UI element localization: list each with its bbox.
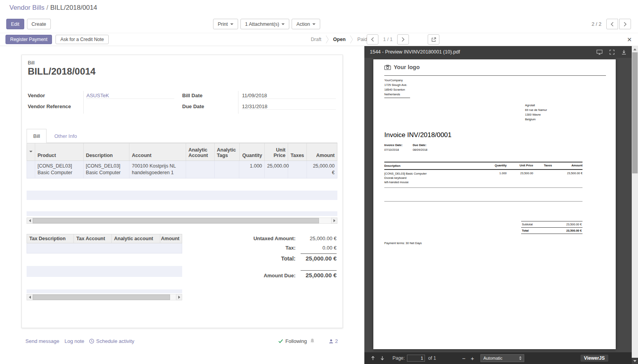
register-payment-button[interactable]: Register Payment bbox=[5, 35, 52, 44]
print-label: Print bbox=[218, 21, 228, 27]
vendor-label: Vendor bbox=[28, 93, 45, 98]
scroll-down-button[interactable] bbox=[632, 358, 638, 364]
chevron-left-icon bbox=[371, 37, 374, 42]
record-pager-next-button[interactable] bbox=[619, 19, 631, 29]
vendor-reference-value bbox=[86, 103, 174, 110]
vendor-link[interactable]: ASUSTeK bbox=[86, 93, 174, 99]
status-open[interactable]: Open bbox=[333, 37, 346, 42]
external-link-icon bbox=[431, 37, 436, 42]
attachments-dropdown[interactable]: 1 Attachment(s) bbox=[240, 19, 290, 29]
pdf-subtotal-row: Subtotal 23,500.00 € bbox=[521, 221, 582, 227]
pdf-col-amount: Amount bbox=[552, 164, 582, 168]
scrollbar-track bbox=[33, 294, 176, 300]
scroll-right-button[interactable] bbox=[176, 294, 182, 300]
total-label: Total: bbox=[233, 255, 296, 262]
due-date-value: 08/09/2018 bbox=[413, 148, 428, 152]
cell-product: [CONS_DEL03] Basic Computer bbox=[35, 161, 84, 178]
pdf-header-icons bbox=[597, 50, 626, 55]
page-input[interactable] bbox=[407, 355, 425, 362]
pdf-preview-title: 1544 - Preview INVINV20180001 (10).pdf bbox=[370, 49, 597, 55]
notification-bell-button[interactable] bbox=[310, 338, 315, 344]
cell-analytic-tags bbox=[215, 161, 240, 178]
presentation-icon bbox=[597, 50, 602, 55]
zoom-out-button[interactable]: − bbox=[459, 354, 468, 362]
edit-button[interactable]: Edit bbox=[6, 19, 24, 29]
zoom-in-button[interactable]: + bbox=[468, 354, 477, 362]
arrow-right-icon bbox=[333, 219, 335, 222]
scroll-up-button[interactable] bbox=[632, 46, 638, 52]
send-message-link[interactable]: Send message bbox=[25, 338, 59, 344]
status-draft[interactable]: Draft bbox=[311, 37, 321, 42]
record-pager: 2 / 2 bbox=[591, 19, 631, 29]
log-note-link[interactable]: Log note bbox=[65, 338, 84, 344]
user-icon bbox=[329, 339, 333, 344]
caret-down-icon bbox=[281, 23, 285, 25]
tab-bill[interactable]: Bill bbox=[27, 129, 47, 143]
pdf-page: Your logo YourCompany 1725 Slough Ave. 1… bbox=[373, 59, 616, 349]
control-panel: Edit Create Print 1 Attachment(s) Action… bbox=[0, 16, 638, 33]
scrollbar-thumb[interactable] bbox=[33, 294, 170, 300]
optional-columns-toggle[interactable] bbox=[27, 143, 35, 161]
create-button[interactable]: Create bbox=[27, 19, 51, 29]
cell-account: 700100 Kostprijs NL handelsgoederen 1 bbox=[129, 161, 186, 178]
scrollbar-thumb[interactable] bbox=[33, 218, 319, 223]
following-button[interactable]: Following bbox=[278, 338, 307, 344]
pdf-col-taxes: Taxes bbox=[533, 164, 552, 168]
arrow-left-icon bbox=[29, 219, 31, 222]
column-header-unit-price: Unit Price bbox=[265, 143, 288, 161]
download-button[interactable] bbox=[622, 50, 626, 55]
cell-unit-price: 25,000.00 bbox=[265, 161, 288, 178]
close-preview-button[interactable]: × bbox=[627, 34, 632, 45]
followers-counter[interactable]: 2 bbox=[329, 338, 338, 344]
attachment-pager: 1 / 1 bbox=[367, 34, 439, 45]
invoice-lines: Description Quantity Unit Price Taxes Am… bbox=[384, 162, 582, 188]
following-label: Following bbox=[285, 338, 307, 344]
status-paid[interactable]: Paid bbox=[357, 37, 367, 42]
breadcrumb: Vendor Bills/BILL/2018/0014 bbox=[9, 4, 97, 12]
arrow-right-icon bbox=[178, 296, 180, 299]
scrollbar-thumb[interactable] bbox=[632, 52, 638, 173]
company-street: 1725 Slough Ave. bbox=[384, 83, 410, 87]
pdf-preview-header: 1544 - Preview INVINV20180001 (10).pdf bbox=[364, 46, 632, 58]
fullscreen-button[interactable] bbox=[609, 50, 615, 55]
record-pager-previous-button[interactable] bbox=[606, 19, 618, 29]
action-dropdown[interactable]: Action bbox=[292, 19, 320, 29]
arrow-up-icon bbox=[633, 48, 636, 50]
schedule-activity-link[interactable]: Schedule activity bbox=[89, 338, 134, 344]
attachment-next-button[interactable] bbox=[397, 34, 409, 45]
close-icon: × bbox=[627, 35, 632, 44]
cell-quantity: 1.000 bbox=[239, 161, 265, 178]
invoice-date-value: 07/10/2018 bbox=[384, 148, 399, 152]
arrow-down-icon bbox=[633, 360, 636, 362]
ask-credit-note-button[interactable]: Ask for a Credit Note bbox=[56, 35, 108, 44]
untaxed-amount-label: Untaxed Amount: bbox=[233, 236, 296, 241]
empty-tax-row bbox=[27, 266, 182, 277]
breadcrumb-link-vendor-bills[interactable]: Vendor Bills bbox=[9, 4, 45, 11]
next-page-button[interactable] bbox=[378, 354, 387, 362]
arrow-down-icon bbox=[380, 356, 385, 360]
scroll-left-button[interactable] bbox=[27, 218, 33, 224]
column-header-product: Product bbox=[35, 143, 84, 161]
clock-icon bbox=[89, 339, 94, 344]
status-arrow-icon bbox=[326, 35, 329, 44]
open-attachment-button[interactable] bbox=[428, 34, 439, 45]
status-arrow-icon bbox=[350, 35, 353, 44]
tax-table-scrollbar bbox=[27, 294, 182, 300]
scroll-right-button[interactable] bbox=[331, 218, 337, 224]
breadcrumb-separator: / bbox=[47, 4, 48, 11]
due-date-block: Due Date: 08/09/2018 bbox=[413, 143, 428, 152]
zoom-mode-select[interactable]: Automatic bbox=[480, 354, 524, 362]
company-logo: Your logo bbox=[384, 64, 420, 70]
chevron-left-icon bbox=[611, 22, 614, 27]
pdf-cell-quantity: 1.000 bbox=[484, 171, 507, 184]
pdf-col-description: Description bbox=[384, 164, 484, 168]
customer-street: 69 rue de Namur bbox=[525, 108, 547, 112]
presentation-mode-button[interactable] bbox=[597, 50, 602, 55]
scroll-left-button[interactable] bbox=[27, 294, 33, 300]
check-icon bbox=[278, 339, 283, 343]
print-dropdown[interactable]: Print bbox=[213, 19, 238, 29]
previous-page-button[interactable] bbox=[368, 354, 378, 362]
tab-other-info[interactable]: Other Info bbox=[48, 129, 83, 143]
attachment-previous-button[interactable] bbox=[367, 34, 378, 45]
invoice-line-row[interactable]: [CONS_DEL03] Basic Computer [CONS_DEL03]… bbox=[27, 161, 337, 178]
